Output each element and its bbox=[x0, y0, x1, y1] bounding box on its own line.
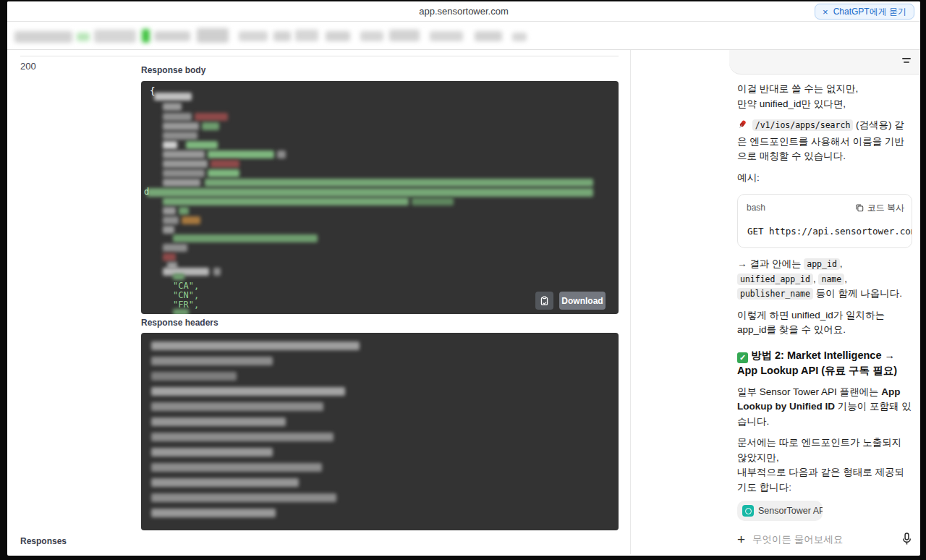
nav-item-redacted[interactable] bbox=[295, 30, 318, 41]
chat-paragraph: /v1/ios/apps/search (검색용) 같은 엔드포인트를 사용해서… bbox=[737, 118, 912, 164]
redacted-text bbox=[151, 433, 334, 441]
chat-text: 만약 unified_id만 있다면, bbox=[737, 97, 912, 112]
close-icon[interactable]: × bbox=[823, 7, 828, 17]
json-string-value: "CN", bbox=[173, 290, 199, 300]
redacted-text bbox=[163, 103, 182, 111]
redacted-text bbox=[202, 122, 219, 130]
redacted-text bbox=[163, 207, 176, 215]
chat-paragraph: 예시: bbox=[737, 171, 912, 186]
nav-item-redacted[interactable] bbox=[389, 30, 420, 41]
chat-paragraph: 일부 Sensor Tower API 플랜에는 App Lookup by U… bbox=[737, 385, 912, 430]
chat-input[interactable] bbox=[752, 534, 894, 545]
chip-label: SensorTower API R bbox=[758, 506, 823, 516]
redacted-text bbox=[186, 141, 218, 149]
nav-item-redacted[interactable] bbox=[239, 31, 268, 41]
redacted-text bbox=[151, 493, 336, 502]
redacted-text bbox=[163, 113, 192, 121]
chat-composer: + bbox=[737, 530, 912, 548]
clipboard-icon bbox=[540, 296, 549, 305]
nav-item-redacted[interactable] bbox=[77, 33, 90, 41]
json-string-value: "CA", bbox=[173, 281, 199, 291]
copy-code-label: 코드 복사 bbox=[867, 202, 904, 214]
code-content: GET https://api.sensortower.com/v1/ios/a bbox=[738, 220, 912, 248]
nav-item-redacted[interactable] bbox=[475, 31, 502, 41]
sensortower-source-chip[interactable]: SensorTower API R bbox=[737, 501, 823, 521]
chip-label-main: SensorTower API bbox=[758, 506, 823, 516]
redacted-text bbox=[163, 141, 177, 149]
nav-item-redacted[interactable] bbox=[512, 33, 527, 41]
pushpin-icon bbox=[737, 119, 747, 135]
nav-item-redacted[interactable] bbox=[142, 29, 150, 43]
redacted-text bbox=[151, 387, 345, 396]
nav-item-redacted[interactable] bbox=[197, 28, 229, 43]
chat-text: 등이 함께 나옵니다. bbox=[813, 288, 902, 299]
nav-item-redacted[interactable] bbox=[273, 31, 291, 41]
chat-text: , bbox=[844, 273, 847, 284]
inline-code: unified_app_id bbox=[737, 273, 813, 285]
response-headers-label: Response headers bbox=[141, 318, 218, 328]
redacted-text bbox=[173, 234, 318, 242]
nav-item-redacted[interactable] bbox=[326, 31, 350, 41]
chat-messages: 이걸 반대로 쓸 수는 없지만, 만약 unified_id만 있다면, /v1… bbox=[729, 75, 920, 498]
redacted-text bbox=[163, 253, 176, 261]
redacted-text bbox=[163, 132, 197, 140]
redacted-text bbox=[154, 93, 192, 101]
chat-footer: SensorTower API R + bbox=[729, 498, 920, 554]
heading-text: 방법 2: Market Intelligence → App Lookup A… bbox=[737, 349, 897, 376]
sensortower-logo-icon bbox=[742, 505, 754, 517]
status-code: 200 bbox=[20, 61, 36, 72]
inline-code: app_id bbox=[804, 258, 840, 270]
microphone-icon[interactable] bbox=[901, 533, 912, 546]
redacted-text bbox=[208, 169, 239, 177]
browser-titlebar: app.sensortower.com × ChatGPT에게 묻기 bbox=[7, 1, 920, 22]
chat-text: , bbox=[840, 258, 843, 269]
check-icon: ✓ bbox=[737, 352, 748, 363]
redacted-text bbox=[163, 150, 205, 158]
code-language-label: bash bbox=[747, 200, 765, 216]
copy-code-button[interactable]: 코드 복사 bbox=[855, 202, 904, 214]
nav-item-redacted[interactable] bbox=[14, 31, 72, 43]
chat-paragraph: → 결과 안에는 app_id, unified_app_id, name, p… bbox=[737, 257, 912, 302]
collapse-icon[interactable] bbox=[902, 58, 912, 65]
redacted-text bbox=[147, 188, 593, 197]
redacted-text bbox=[179, 207, 189, 215]
window-frame: app.sensortower.com × ChatGPT에게 묻기 bbox=[0, 0, 926, 560]
nav-item-redacted[interactable] bbox=[94, 30, 136, 43]
redacted-text bbox=[412, 198, 454, 205]
ask-chatgpt-label: ChatGPT에게 묻기 bbox=[833, 6, 906, 18]
redacted-text bbox=[163, 244, 187, 252]
ask-chatgpt-button[interactable]: × ChatGPT에게 묻기 bbox=[815, 4, 914, 20]
chat-paragraph: 이렇게 하면 unified_id가 일치하는 app_id를 찾을 수 있어요… bbox=[737, 308, 912, 338]
redacted-text bbox=[163, 268, 209, 276]
redacted-text bbox=[151, 341, 360, 350]
redacted-text bbox=[211, 160, 239, 168]
redacted-text bbox=[182, 216, 200, 224]
download-button[interactable]: Download bbox=[559, 292, 606, 310]
redacted-text bbox=[205, 179, 593, 187]
nav-item-redacted[interactable] bbox=[360, 31, 383, 41]
redacted-text bbox=[151, 357, 273, 365]
redacted-text bbox=[208, 150, 274, 158]
redacted-text bbox=[277, 150, 286, 158]
attach-plus-icon[interactable]: + bbox=[737, 533, 745, 546]
response-body-label: Response body bbox=[141, 65, 205, 75]
redacted-text bbox=[195, 113, 228, 121]
inline-code: /v1/ios/apps/search bbox=[752, 119, 854, 131]
code-block-card: bash 코드 복사 GET https://api.sensortower.c… bbox=[737, 194, 912, 248]
copy-response-button[interactable] bbox=[535, 292, 553, 310]
redacted-text bbox=[151, 509, 276, 517]
json-string-value: "FR", bbox=[173, 300, 199, 310]
inline-code: name bbox=[818, 273, 844, 285]
nav-item-redacted[interactable] bbox=[430, 31, 463, 41]
redacted-text bbox=[163, 216, 179, 224]
chat-text: 예시: bbox=[737, 172, 760, 183]
copy-icon bbox=[855, 203, 864, 212]
response-body-block: { bbox=[141, 81, 619, 314]
responses-label: Responses bbox=[20, 536, 67, 546]
nav-item-redacted[interactable] bbox=[154, 31, 190, 41]
redacted-text bbox=[163, 198, 409, 205]
browser-page: app.sensortower.com × ChatGPT에게 묻기 bbox=[7, 1, 920, 556]
redacted-text bbox=[163, 122, 199, 130]
inline-code: publisher_name bbox=[737, 288, 813, 300]
redacted-text bbox=[173, 273, 184, 280]
